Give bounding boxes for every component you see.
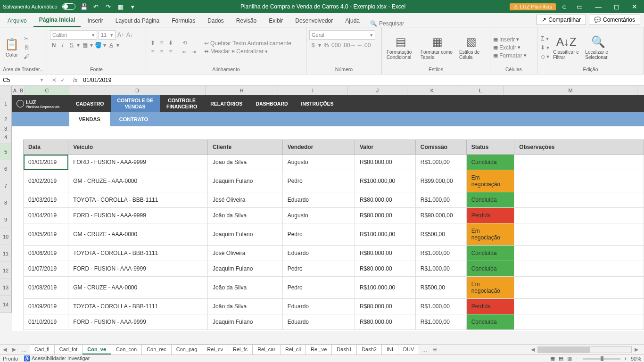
increase-font-icon[interactable]: A↑ xyxy=(117,31,124,39)
cell[interactable]: Em negociação xyxy=(466,223,514,246)
ribbon-tab-fórmulas[interactable]: Fórmulas xyxy=(166,15,201,27)
clear-icon[interactable]: ◇ ▾ xyxy=(540,53,549,60)
sheet-tab-Rel_cli[interactable]: Rel_cli xyxy=(281,345,306,354)
cell[interactable]: João da Silva xyxy=(208,277,283,299)
row-header-7[interactable]: 7 xyxy=(0,177,12,194)
cell[interactable]: 01/06/2019 xyxy=(24,246,68,261)
sheet-tab-Con_ve[interactable]: Con_ve xyxy=(83,345,111,354)
copy-icon[interactable]: ⎘ xyxy=(23,44,30,51)
ribbon-tab-dados[interactable]: Dados xyxy=(202,15,230,27)
cell[interactable]: Perdida xyxy=(466,208,514,223)
wrap-text-button[interactable]: ↩ Quebrar Texto Automaticamente xyxy=(204,40,291,47)
number-format-combo[interactable]: Geral▾ xyxy=(309,30,375,40)
scroll-right-icon[interactable]: ▶ xyxy=(632,346,641,353)
cell[interactable] xyxy=(514,192,644,208)
zoom-out-icon[interactable]: − xyxy=(576,356,578,362)
col-header-K[interactable]: K xyxy=(407,86,457,95)
cell[interactable]: R$1.000,00 xyxy=(415,299,466,314)
cell[interactable]: R$1.000,00 xyxy=(415,314,466,330)
row-header-12[interactable]: 12 xyxy=(0,262,12,279)
cell[interactable]: 01/07/2019 xyxy=(24,261,68,277)
enter-formula-icon[interactable]: ✓ xyxy=(60,77,65,83)
row-header-6[interactable]: 6 xyxy=(0,160,12,177)
cell[interactable]: R$80.000,00 xyxy=(355,208,415,223)
fill-color-icon[interactable]: 🪣 xyxy=(94,41,102,49)
cell[interactable]: Em negociação xyxy=(466,277,514,299)
row-header-1[interactable]: 1 xyxy=(0,95,12,112)
cell-styles-button[interactable]: ▧Estilos de Célula xyxy=(457,33,485,62)
cell[interactable]: Pedro xyxy=(282,170,355,192)
italic-icon[interactable]: I xyxy=(59,41,66,49)
cell[interactable]: R$99.000,00 xyxy=(415,170,466,192)
row-header-14[interactable]: 14 xyxy=(0,296,12,313)
font-color-icon[interactable]: A xyxy=(107,41,115,49)
autosave-toggle[interactable] xyxy=(62,3,75,10)
subtab-vendas[interactable]: VENDAS xyxy=(69,112,110,126)
new-sheet-icon[interactable]: ⊕ xyxy=(430,346,440,353)
cell[interactable]: GM - CRUZE - AAA-0000 xyxy=(68,170,208,192)
cell[interactable]: Concluída xyxy=(466,192,514,208)
cell[interactable] xyxy=(514,223,644,246)
sheet-nav-more-icon[interactable]: … xyxy=(19,347,30,353)
sheet-tab-Dash1[interactable]: Dash1 xyxy=(332,345,357,354)
select-all-corner[interactable] xyxy=(0,86,12,95)
sheet-tab-Rel_cv[interactable]: Rel_cv xyxy=(202,345,228,354)
cell[interactable]: Concluída xyxy=(466,261,514,277)
cell[interactable]: TOYOTA - COROLLA - BBB-1111 xyxy=(68,246,208,261)
cell[interactable] xyxy=(514,155,644,170)
cell[interactable]: R$500,00 xyxy=(415,277,466,299)
cell[interactable]: Pedro xyxy=(282,223,355,246)
decrease-decimal-icon[interactable]: ←.00 xyxy=(357,41,371,49)
cell[interactable]: 01/03/2019 xyxy=(24,192,68,208)
share-button[interactable]: ↗Compartilhar xyxy=(537,15,586,25)
subtab-contrato[interactable]: CONTRATO xyxy=(110,112,157,126)
cell[interactable]: 01/01/2019 xyxy=(24,155,68,170)
formula-input[interactable]: 01/01/2019 xyxy=(80,77,644,83)
cell[interactable] xyxy=(514,246,644,261)
cell[interactable]: Joaquim Fulano xyxy=(208,261,283,277)
col-header-D[interactable]: D xyxy=(69,86,206,95)
sheet-tab-Cad_fi[interactable]: Cad_fi xyxy=(30,345,55,354)
row-header-3[interactable]: 3 xyxy=(0,126,12,131)
cell[interactable]: Concluída xyxy=(466,314,514,330)
ribbon-tab-ajuda[interactable]: Ajuda xyxy=(339,15,365,27)
view-pagebreak-icon[interactable]: ▥ xyxy=(567,355,572,362)
maximize-icon[interactable]: ◻ xyxy=(610,3,623,10)
row-header-5[interactable]: 5 xyxy=(0,143,12,160)
nav-dashboard[interactable]: DASHBOARD xyxy=(249,95,294,112)
cell[interactable] xyxy=(514,314,644,330)
horizontal-scrollbar[interactable] xyxy=(537,346,632,353)
cell[interactable]: 01/05/2019 xyxy=(24,223,68,246)
cell[interactable]: R$80.000,00 xyxy=(355,246,415,261)
border-icon[interactable]: ▦ xyxy=(81,41,89,49)
cell[interactable]: João da Silva xyxy=(208,299,283,314)
sheet-more-icon[interactable]: … xyxy=(419,347,430,353)
cell[interactable]: R$80.000,00 xyxy=(355,314,415,330)
cell[interactable]: 01/10/2019 xyxy=(24,314,68,330)
fill-icon[interactable]: ⬇ ▾ xyxy=(540,44,549,51)
cell[interactable]: FORD - FUSION - AAA-9999 xyxy=(68,208,208,223)
currency-icon[interactable]: $ xyxy=(309,41,317,49)
nav-instruções[interactable]: INSTRUÇÕES xyxy=(295,95,340,112)
font-name-combo[interactable]: Calibri▾ xyxy=(50,30,97,40)
cell[interactable]: Eduardo xyxy=(282,314,355,330)
nav-relatórios[interactable]: RELATÓRIOS xyxy=(204,95,249,112)
find-select-button[interactable]: 🔍Localizar e Selecionar xyxy=(583,33,613,62)
font-size-combo[interactable]: 11▾ xyxy=(99,30,116,40)
cell[interactable]: Eduardo xyxy=(282,299,355,314)
zoom-level[interactable]: 90% xyxy=(631,356,641,362)
cell[interactable]: R$100.000,00 xyxy=(355,223,415,246)
cell[interactable]: R$1.000,00 xyxy=(415,155,466,170)
sheet-tab-Con_rec[interactable]: Con_rec xyxy=(142,345,172,354)
decrease-font-icon[interactable]: A↓ xyxy=(126,31,133,39)
cell[interactable]: Augusto xyxy=(282,155,355,170)
bold-icon[interactable]: N xyxy=(50,41,58,49)
format-table-button[interactable]: ▦Formatar como Tabela xyxy=(419,33,455,62)
sheet-nav-next-icon[interactable]: ▶ xyxy=(9,346,19,353)
format-painter-icon[interactable]: 🖌 xyxy=(23,53,30,60)
align-top-icon[interactable]: ⬆ xyxy=(149,39,157,47)
zoom-in-icon[interactable]: + xyxy=(624,356,627,362)
tell-me-search[interactable]: 🔍 Pesquisar xyxy=(370,20,404,27)
ribbon-tab-desenvolvedor[interactable]: Desenvolvedor xyxy=(289,15,339,27)
cell[interactable]: R$1.000,00 xyxy=(415,246,466,261)
